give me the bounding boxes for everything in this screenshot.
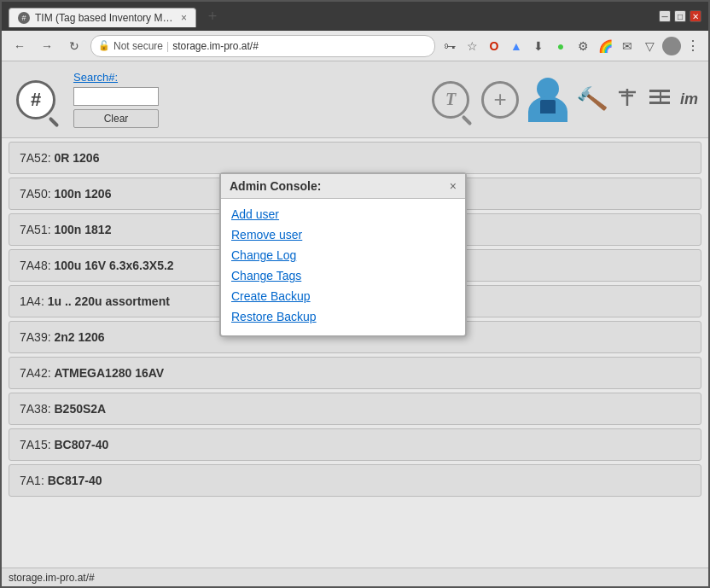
toolbar-icons: T + 🔨 [428, 78, 698, 122]
forward-button[interactable]: → [36, 35, 58, 57]
search-input[interactable] [73, 87, 159, 106]
vpn-icon[interactable]: ● [551, 37, 570, 55]
tab-close-button[interactable]: × [181, 12, 187, 24]
nav-icons: 🗝 ☆ O ▲ ⬇ ● ⚙ 🌈 ✉ ▽ ⋮ [440, 37, 701, 55]
mail-icon[interactable]: ✉ [618, 37, 637, 55]
lock-icon: 🔓 [98, 40, 110, 51]
back-button[interactable]: ← [9, 35, 31, 57]
admin-menu: Add userRemove userChange LogChange Tags… [221, 199, 465, 335]
download-icon[interactable]: ⬇ [529, 37, 548, 55]
admin-console-header: Admin Console: × [221, 174, 465, 199]
maximize-button[interactable]: □ [674, 10, 686, 22]
address-bar[interactable]: 🔓 Not secure | storage.im-pro.at/# [90, 35, 435, 57]
browser-window: # TIM (Tag based Inventory Mana… × + ─ □… [0, 0, 710, 588]
hash-search-icon: # [12, 74, 60, 125]
admin-console-title: Admin Console: [230, 179, 321, 193]
tab-favicon: # [18, 12, 30, 24]
ext-icon1[interactable]: ⚙ [573, 37, 592, 55]
admin-menu-item[interactable]: Change Log [231, 247, 455, 264]
list-item[interactable]: 7A42: ATMEGA1280 16AV [9, 357, 701, 389]
not-secure-label: Not secure [113, 40, 163, 52]
svg-rect-6 [660, 90, 661, 104]
tab-title: TIM (Tag based Inventory Mana… [35, 12, 176, 24]
browser-tab[interactable]: # TIM (Tag based Inventory Mana… × [9, 8, 196, 27]
user-icon[interactable] [527, 78, 568, 122]
list-item[interactable]: 7A52: 0R 1206 [9, 142, 701, 174]
opera-icon[interactable]: O [485, 37, 503, 55]
admin-menu-item[interactable]: Change Tags [231, 267, 455, 284]
admin-close-button[interactable]: × [450, 180, 457, 192]
list-item[interactable]: 7A1: BC817-40 [9, 464, 701, 497]
add-icon[interactable]: + [481, 81, 519, 119]
url-text: storage.im-pro.at/# [172, 40, 259, 52]
hammer-icon[interactable]: 🔨 [574, 83, 608, 116]
bars-icon[interactable] [648, 86, 672, 113]
tab-bar: # TIM (Tag based Inventory Mana… × + [9, 5, 652, 27]
status-text: storage.im-pro.at/# [9, 572, 95, 584]
nav-bar: ← → ↻ 🔓 Not secure | storage.im-pro.at/#… [2, 31, 708, 61]
admin-menu-item[interactable]: Restore Backup [231, 308, 455, 325]
list-item[interactable]: 7A38: B250S2A [9, 393, 701, 425]
admin-menu-item[interactable]: Create Backup [231, 288, 455, 305]
key-icon[interactable]: 🗝 [440, 37, 459, 55]
admin-menu-item[interactable]: Remove user [231, 226, 455, 243]
title-bar: # TIM (Tag based Inventory Mana… × + ─ □… [2, 2, 708, 31]
toolbar: # Search#: Clear T + [2, 61, 708, 138]
close-button[interactable]: ✕ [690, 10, 701, 22]
app-content: # Search#: Clear T + [2, 61, 708, 586]
search-label[interactable]: Search#: [73, 71, 159, 84]
antenna-icon[interactable] [615, 85, 639, 114]
refresh-button[interactable]: ↻ [63, 35, 85, 57]
star-icon[interactable]: ☆ [463, 37, 481, 55]
menu-button[interactable]: ⋮ [684, 38, 701, 54]
status-bar: storage.im-pro.at/# [2, 568, 708, 586]
list-item[interactable]: 7A15: BC807-40 [9, 428, 701, 461]
admin-console: Admin Console: × Add userRemove userChan… [219, 172, 467, 337]
tag-search-icon[interactable]: T [428, 78, 473, 122]
user-avatar[interactable] [662, 37, 681, 55]
im-logo[interactable]: im [680, 90, 698, 108]
new-tab-button[interactable]: + [201, 5, 224, 27]
photos-icon[interactable]: 🌈 [596, 37, 614, 55]
drive2-icon[interactable]: ▽ [640, 37, 659, 55]
drive-icon[interactable]: ▲ [507, 37, 526, 55]
minimize-button[interactable]: ─ [659, 10, 671, 22]
admin-menu-item[interactable]: Add user [231, 206, 455, 223]
window-controls: ─ □ ✕ [659, 10, 701, 22]
clear-button[interactable]: Clear [73, 109, 159, 128]
search-section: Search#: Clear [73, 71, 159, 128]
